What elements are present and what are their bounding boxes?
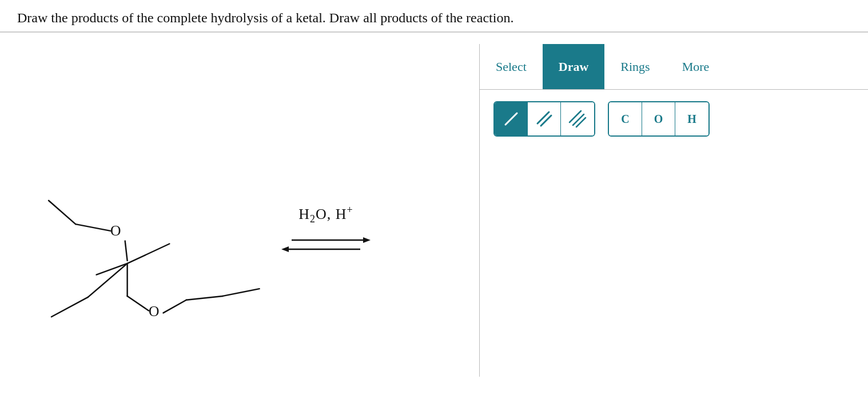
svg-line-12 xyxy=(128,244,170,263)
triple-bond-button[interactable] xyxy=(561,102,594,135)
carbon-button[interactable]: C xyxy=(609,102,642,135)
molecule-area: O O xyxy=(0,44,479,377)
double-bond-icon xyxy=(535,110,554,128)
main-content: O O xyxy=(0,33,868,377)
question-text: Draw the products of the complete hydrol… xyxy=(0,0,868,33)
bond-tools-row: C O H xyxy=(480,90,868,148)
select-button[interactable]: Select xyxy=(480,44,543,89)
svg-line-10 xyxy=(186,296,223,300)
svg-marker-15 xyxy=(363,237,371,243)
more-button[interactable]: More xyxy=(666,44,726,89)
svg-text:O: O xyxy=(110,222,121,239)
drawing-canvas[interactable] xyxy=(480,148,868,377)
oxygen-button[interactable]: O xyxy=(642,102,675,135)
svg-marker-17 xyxy=(281,246,289,252)
single-bond-icon xyxy=(502,110,520,128)
svg-line-1 xyxy=(75,224,110,231)
reagent-label: H2O, H+ xyxy=(298,204,353,225)
svg-line-21 xyxy=(570,111,581,122)
svg-line-13 xyxy=(97,264,128,275)
atom-group: C O H xyxy=(608,101,710,137)
svg-text:O: O xyxy=(149,303,159,320)
triple-bond-icon xyxy=(568,110,587,128)
single-bond-button[interactable] xyxy=(495,102,528,135)
svg-line-19 xyxy=(537,112,549,123)
reaction-area: H2O, H+ xyxy=(280,204,372,258)
svg-line-5 xyxy=(51,297,88,317)
reaction-arrows xyxy=(280,230,372,258)
svg-line-23 xyxy=(576,118,586,127)
svg-line-18 xyxy=(505,113,517,125)
svg-line-9 xyxy=(164,300,186,313)
svg-line-0 xyxy=(49,201,75,224)
svg-line-11 xyxy=(223,289,260,296)
double-bond-button[interactable] xyxy=(528,102,561,135)
hydrogen-button[interactable]: H xyxy=(675,102,708,135)
page-container: Draw the products of the complete hydrol… xyxy=(0,0,868,407)
drawing-panel: Select Draw Rings More xyxy=(479,44,868,377)
toolbar: Select Draw Rings More xyxy=(480,44,868,90)
svg-line-4 xyxy=(88,264,128,297)
svg-line-22 xyxy=(573,114,584,125)
rings-button[interactable]: Rings xyxy=(604,44,666,89)
bond-group xyxy=(493,101,595,137)
svg-line-7 xyxy=(128,296,149,311)
svg-line-3 xyxy=(125,241,128,261)
draw-button[interactable]: Draw xyxy=(543,44,605,89)
svg-line-20 xyxy=(541,115,551,126)
